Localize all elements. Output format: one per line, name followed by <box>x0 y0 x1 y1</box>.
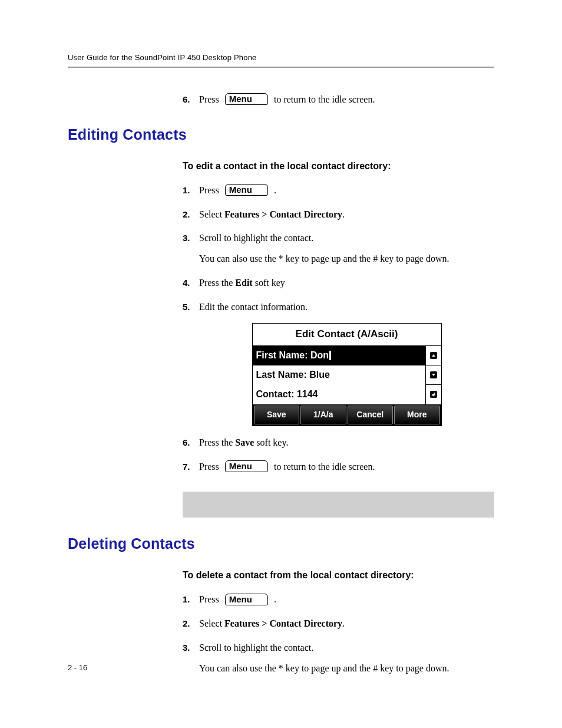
step-bold: Save <box>235 437 254 447</box>
page-number: 2 - 16 <box>68 663 87 672</box>
prev-step-6: Press Menu to return to the idle screen. <box>183 91 494 108</box>
step-bold: Edit <box>235 278 252 288</box>
edit-step-5: Edit the contact information. Edit Conta… <box>183 299 494 426</box>
step-text: . <box>274 594 276 604</box>
step-text: . <box>342 209 345 219</box>
step-text: . <box>274 185 276 195</box>
step-text-press: Press <box>199 94 222 104</box>
menu-key-icon: Menu <box>225 184 268 196</box>
edit-step-7: Press Menu to return to the idle screen. <box>183 459 494 476</box>
step-subtext: You can also use the * key to page up an… <box>199 660 494 677</box>
phone-screen-illustration: Edit Contact (A/Ascii) First Name: Don L… <box>252 323 442 426</box>
phone-line-firstname: First Name: Don <box>253 346 425 365</box>
step-text: Press the <box>199 437 235 447</box>
text-cursor <box>329 351 331 360</box>
edit-step-3: Scroll to highlight the contact. You can… <box>183 230 494 268</box>
step-text: Press <box>199 594 222 604</box>
phone-line-label: First Name: <box>256 350 310 360</box>
edit-step-4: Press the Edit soft key <box>183 275 494 292</box>
phone-line-value: Don <box>310 350 329 360</box>
step-text: to return to the idle screen. <box>274 462 375 472</box>
step-text: Press <box>199 185 222 195</box>
step-bold: Features > Contact Directory <box>224 618 342 628</box>
softkey-cancel: Cancel <box>348 406 394 424</box>
scroll-down-icon <box>426 365 441 385</box>
edit-steps-list: Press Menu . Select Features > Contact D… <box>183 182 494 476</box>
step-text: Press <box>199 462 222 472</box>
softkey-save: Save <box>254 406 300 424</box>
scroll-up-icon <box>426 346 441 365</box>
prev-section-tail: Press Menu to return to the idle screen. <box>183 91 494 108</box>
phone-side-icons <box>425 346 441 404</box>
step-text: Scroll to highlight the contact. <box>199 233 313 243</box>
running-header: User Guide for the SoundPoint IP 450 Des… <box>68 53 494 68</box>
step-text: Scroll to highlight the contact. <box>199 643 313 653</box>
step-text-after: to return to the idle screen. <box>274 94 375 104</box>
edit-step-1: Press Menu . <box>183 182 494 199</box>
step-bold: Features > Contact Directory <box>224 209 342 219</box>
delete-step-3: Scroll to highlight the contact. You can… <box>183 640 494 677</box>
phone-line-contact: Contact: 1144 <box>253 385 425 404</box>
step-text: soft key. <box>254 437 288 447</box>
edit-step-2: Select Features > Contact Directory. <box>183 206 494 223</box>
delete-step-1: Press Menu . <box>183 591 494 608</box>
phone-title: Edit Contact (A/Ascii) <box>253 324 441 347</box>
heading-deleting-contacts: Deleting Contacts <box>68 535 494 552</box>
delete-steps-list: Press Menu . Select Features > Contact D… <box>183 591 494 677</box>
delete-step-2: Select Features > Contact Directory. <box>183 615 494 633</box>
phone-line-lastname: Last Name: Blue <box>253 365 425 385</box>
menu-key-icon: Menu <box>225 460 268 472</box>
softkey-more: More <box>394 406 440 424</box>
step-text: . <box>342 618 345 628</box>
menu-key-icon: Menu <box>225 594 268 605</box>
step-text: Press the <box>199 278 235 288</box>
menu-key-icon: Menu <box>225 93 268 105</box>
step-subtext: You can also use the * key to page up an… <box>199 251 494 268</box>
delete-intro: To delete a contact from the local conta… <box>183 570 494 581</box>
edit-step-6: Press the Save soft key. <box>183 434 494 452</box>
step-text: soft key <box>253 278 285 288</box>
edit-intro: To edit a contact in the local contact d… <box>183 161 494 172</box>
step-text: Select <box>199 618 224 628</box>
placeholder-block <box>183 492 494 518</box>
phone-softkey-row: Save 1/A/a Cancel More <box>253 404 441 426</box>
return-icon <box>426 385 441 404</box>
heading-editing-contacts: Editing Contacts <box>68 126 494 143</box>
step-text: Select <box>199 209 224 219</box>
step-text: Edit the contact information. <box>199 302 308 312</box>
softkey-mode: 1/A/a <box>300 406 346 424</box>
